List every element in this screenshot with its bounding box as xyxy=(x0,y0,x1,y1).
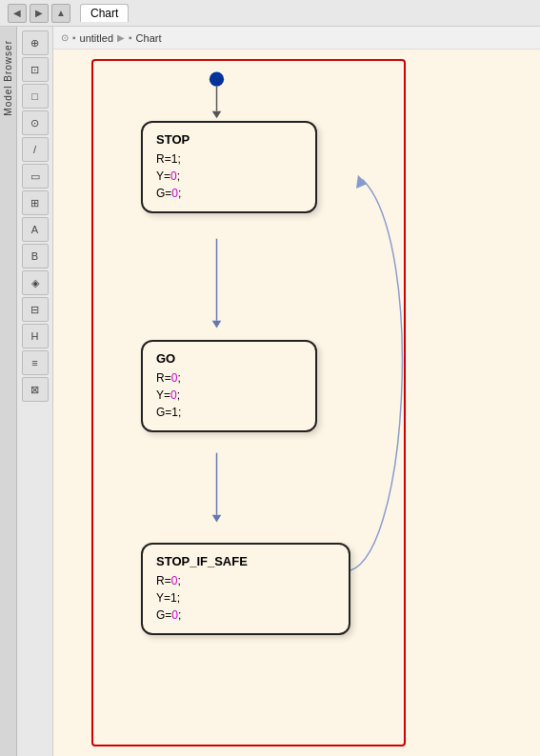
breadcrumb-chart[interactable]: Chart xyxy=(136,32,162,44)
text-c-button[interactable]: ≡ xyxy=(22,350,49,375)
breadcrumb-sep: ▶ xyxy=(117,32,125,43)
stop-state[interactable]: STOP R=1; Y=0; G=0; xyxy=(141,121,317,213)
back-button[interactable]: ◀ xyxy=(8,4,27,23)
nav-buttons: ◀ ▶ ▲ xyxy=(8,4,70,23)
zoom-in-button[interactable]: ⊕ xyxy=(22,30,49,55)
stop-if-safe-state[interactable]: STOP_IF_SAFE R=0; Y=1; G=0; xyxy=(141,543,350,635)
main-area: Model Browser ⊕ ⊡ □ ⊙ / ▭ ⊞ A B ◈ ⊟ H ≡ … xyxy=(0,27,540,756)
table-button[interactable]: ⊟ xyxy=(22,297,49,322)
draw-button[interactable]: / xyxy=(22,137,49,162)
active-tab[interactable]: Chart xyxy=(80,4,129,22)
zoom-area-button[interactable]: ⊙ xyxy=(22,110,49,135)
svg-marker-2 xyxy=(212,111,222,119)
tool-sidebar: ⊕ ⊡ □ ⊙ / ▭ ⊞ A B ◈ ⊟ H ≡ ⊠ xyxy=(17,27,53,756)
stop-r-line: R=1; xyxy=(156,150,302,168)
go-state-name: GO xyxy=(156,351,302,366)
svg-point-0 xyxy=(210,71,224,86)
sis-g-line: G=0; xyxy=(156,607,335,624)
breadcrumb-chart-icon: ▪ xyxy=(129,32,132,43)
rect-draw-button[interactable]: ▭ xyxy=(22,164,49,189)
canvas-area[interactable]: STOP R=1; Y=0; G=0; GO R=0; Y=0; G=1; ST… xyxy=(53,50,540,756)
model-browser-sidebar: Model Browser xyxy=(0,27,17,756)
go-g-line: G=1; xyxy=(156,404,302,421)
svg-marker-7 xyxy=(356,175,367,189)
eraser-button[interactable]: ◈ xyxy=(22,270,49,295)
content-area: ⊙ ▪ untitled ▶ ▪ Chart xyxy=(53,27,540,756)
circle-h-button[interactable]: H xyxy=(22,324,49,348)
select-button[interactable]: □ xyxy=(22,84,49,109)
image-button[interactable]: ⊠ xyxy=(22,377,49,402)
text-b-button[interactable]: B xyxy=(22,244,49,269)
text-a-button[interactable]: A xyxy=(22,217,49,242)
chart-container: STOP R=1; Y=0; G=0; GO R=0; Y=0; G=1; ST… xyxy=(91,59,406,746)
go-state[interactable]: GO R=0; Y=0; G=1; xyxy=(141,340,317,432)
up-button[interactable]: ▲ xyxy=(51,4,70,23)
go-r-line: R=0; xyxy=(156,369,302,387)
stop-state-name: STOP xyxy=(156,132,302,147)
svg-marker-6 xyxy=(212,515,222,523)
breadcrumb-untitled[interactable]: untitled xyxy=(80,32,113,44)
go-y-line: Y=0; xyxy=(156,387,302,404)
sis-r-line: R=0; xyxy=(156,572,335,589)
title-bar: ◀ ▶ ▲ Chart xyxy=(0,0,540,27)
sis-y-line: Y=1; xyxy=(156,589,335,607)
sidebar-label: Model Browser xyxy=(3,40,13,116)
stop-if-safe-state-name: STOP_IF_SAFE xyxy=(156,554,335,568)
fit-view-button[interactable]: ⊡ xyxy=(22,57,49,82)
breadcrumb: ⊙ ▪ untitled ▶ ▪ Chart xyxy=(53,27,540,50)
camera-button[interactable]: ⊞ xyxy=(22,190,49,215)
breadcrumb-home-icon: ⊙ xyxy=(61,32,69,43)
forward-button[interactable]: ▶ xyxy=(30,4,49,23)
stop-g-line: G=0; xyxy=(156,185,302,202)
stop-y-line: Y=0; xyxy=(156,168,302,185)
svg-marker-4 xyxy=(212,321,222,328)
breadcrumb-untitled-icon: ▪ xyxy=(72,32,76,43)
